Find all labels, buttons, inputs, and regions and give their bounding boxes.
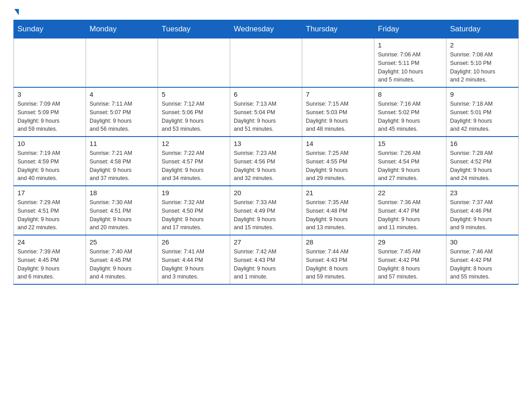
calendar-cell: 21Sunrise: 7:35 AMSunset: 4:48 PMDayligh… [302, 186, 374, 235]
day-info: Sunrise: 7:22 AMSunset: 4:57 PMDaylight:… [162, 149, 226, 183]
calendar-cell [158, 39, 230, 88]
day-number: 6 [234, 90, 298, 98]
calendar-week-row: 10Sunrise: 7:19 AMSunset: 4:59 PMDayligh… [14, 137, 519, 186]
day-info: Sunrise: 7:15 AMSunset: 5:03 PMDaylight:… [306, 100, 370, 133]
day-number: 21 [306, 189, 370, 197]
calendar-week-row: 1Sunrise: 7:06 AMSunset: 5:11 PMDaylight… [14, 39, 519, 88]
day-info: Sunrise: 7:29 AMSunset: 4:51 PMDaylight:… [17, 198, 82, 232]
day-number: 5 [162, 90, 226, 98]
calendar-cell: 22Sunrise: 7:36 AMSunset: 4:47 PMDayligh… [374, 186, 446, 235]
day-info: Sunrise: 7:11 AMSunset: 5:07 PMDaylight:… [90, 100, 154, 133]
calendar-cell: 24Sunrise: 7:39 AMSunset: 4:45 PMDayligh… [14, 235, 86, 284]
calendar-cell: 23Sunrise: 7:37 AMSunset: 4:46 PMDayligh… [446, 186, 519, 235]
calendar-cell: 5Sunrise: 7:12 AMSunset: 5:06 PMDaylight… [158, 87, 230, 137]
day-info: Sunrise: 7:23 AMSunset: 4:56 PMDaylight:… [234, 149, 298, 183]
day-number: 20 [234, 189, 298, 197]
day-number: 13 [234, 140, 298, 147]
calendar-cell: 8Sunrise: 7:16 AMSunset: 5:02 PMDaylight… [374, 87, 446, 137]
calendar-cell [86, 39, 158, 88]
calendar-cell [14, 39, 86, 88]
calendar-cell: 16Sunrise: 7:28 AMSunset: 4:52 PMDayligh… [446, 137, 519, 186]
day-info: Sunrise: 7:36 AMSunset: 4:47 PMDaylight:… [378, 198, 442, 232]
day-number: 17 [17, 189, 82, 197]
day-number: 3 [17, 90, 82, 98]
calendar-cell: 18Sunrise: 7:30 AMSunset: 4:51 PMDayligh… [86, 186, 158, 235]
calendar-cell: 27Sunrise: 7:42 AMSunset: 4:43 PMDayligh… [230, 235, 302, 284]
weekday-header-monday: Monday [86, 20, 158, 39]
day-info: Sunrise: 7:33 AMSunset: 4:49 PMDaylight:… [234, 198, 298, 232]
calendar-cell: 29Sunrise: 7:45 AMSunset: 4:42 PMDayligh… [374, 235, 446, 284]
calendar-cell: 19Sunrise: 7:32 AMSunset: 4:50 PMDayligh… [158, 186, 230, 235]
day-number: 15 [378, 140, 442, 147]
day-number: 27 [234, 238, 298, 246]
day-info: Sunrise: 7:40 AMSunset: 4:45 PMDaylight:… [90, 248, 154, 281]
calendar-cell: 14Sunrise: 7:25 AMSunset: 4:55 PMDayligh… [302, 137, 374, 186]
calendar-cell [302, 39, 374, 88]
day-number: 4 [90, 90, 154, 98]
day-number: 9 [450, 90, 515, 98]
day-info: Sunrise: 7:46 AMSunset: 4:42 PMDaylight:… [450, 248, 515, 281]
day-number: 18 [90, 189, 154, 197]
day-number: 22 [378, 189, 442, 197]
calendar-cell: 25Sunrise: 7:40 AMSunset: 4:45 PMDayligh… [86, 235, 158, 284]
day-info: Sunrise: 7:25 AMSunset: 4:55 PMDaylight:… [306, 149, 370, 183]
calendar-cell: 6Sunrise: 7:13 AMSunset: 5:04 PMDaylight… [230, 87, 302, 137]
day-number: 10 [17, 140, 82, 147]
day-number: 14 [306, 140, 370, 147]
day-number: 16 [450, 140, 515, 147]
day-info: Sunrise: 7:26 AMSunset: 4:54 PMDaylight:… [378, 149, 442, 183]
day-info: Sunrise: 7:30 AMSunset: 4:51 PMDaylight:… [90, 198, 154, 232]
day-number: 8 [378, 90, 442, 98]
calendar-cell: 15Sunrise: 7:26 AMSunset: 4:54 PMDayligh… [374, 137, 446, 186]
day-number: 26 [162, 238, 226, 246]
day-number: 29 [378, 238, 442, 246]
calendar-table: SundayMondayTuesdayWednesdayThursdayFrid… [13, 20, 519, 285]
page-header [13, 9, 519, 15]
day-number: 19 [162, 189, 226, 197]
day-number: 25 [90, 238, 154, 246]
day-info: Sunrise: 7:12 AMSunset: 5:06 PMDaylight:… [162, 100, 226, 133]
calendar-cell: 20Sunrise: 7:33 AMSunset: 4:49 PMDayligh… [230, 186, 302, 235]
day-number: 12 [162, 140, 226, 147]
day-info: Sunrise: 7:08 AMSunset: 5:10 PMDaylight:… [450, 51, 515, 84]
day-info: Sunrise: 7:45 AMSunset: 4:42 PMDaylight:… [378, 248, 442, 281]
calendar-body: 1Sunrise: 7:06 AMSunset: 5:11 PMDaylight… [14, 39, 519, 285]
calendar-header: SundayMondayTuesdayWednesdayThursdayFrid… [14, 20, 519, 39]
weekday-header-saturday: Saturday [446, 20, 519, 39]
day-info: Sunrise: 7:32 AMSunset: 4:50 PMDaylight:… [162, 198, 226, 232]
logo [13, 9, 19, 15]
weekday-header-tuesday: Tuesday [158, 20, 230, 39]
calendar-cell: 30Sunrise: 7:46 AMSunset: 4:42 PMDayligh… [446, 235, 519, 284]
day-number: 23 [450, 189, 515, 197]
calendar-cell: 1Sunrise: 7:06 AMSunset: 5:11 PMDaylight… [374, 39, 446, 88]
weekday-header-thursday: Thursday [302, 20, 374, 39]
day-info: Sunrise: 7:06 AMSunset: 5:11 PMDaylight:… [378, 51, 442, 84]
day-number: 11 [90, 140, 154, 147]
calendar-cell: 13Sunrise: 7:23 AMSunset: 4:56 PMDayligh… [230, 137, 302, 186]
day-number: 7 [306, 90, 370, 98]
calendar-cell: 7Sunrise: 7:15 AMSunset: 5:03 PMDaylight… [302, 87, 374, 137]
day-info: Sunrise: 7:09 AMSunset: 5:09 PMDaylight:… [17, 100, 82, 133]
calendar-week-row: 17Sunrise: 7:29 AMSunset: 4:51 PMDayligh… [14, 186, 519, 235]
calendar-cell: 2Sunrise: 7:08 AMSunset: 5:10 PMDaylight… [446, 39, 519, 88]
day-info: Sunrise: 7:19 AMSunset: 4:59 PMDaylight:… [17, 149, 82, 183]
day-number: 30 [450, 238, 515, 246]
calendar-cell: 28Sunrise: 7:44 AMSunset: 4:43 PMDayligh… [302, 235, 374, 284]
calendar-week-row: 3Sunrise: 7:09 AMSunset: 5:09 PMDaylight… [14, 87, 519, 137]
calendar-cell: 26Sunrise: 7:41 AMSunset: 4:44 PMDayligh… [158, 235, 230, 284]
calendar-cell: 12Sunrise: 7:22 AMSunset: 4:57 PMDayligh… [158, 137, 230, 186]
calendar-cell [230, 39, 302, 88]
weekday-header-sunday: Sunday [14, 20, 86, 39]
day-number: 24 [17, 238, 82, 246]
day-number: 1 [378, 41, 442, 49]
weekday-header-row: SundayMondayTuesdayWednesdayThursdayFrid… [14, 20, 519, 39]
day-number: 2 [450, 41, 515, 49]
day-info: Sunrise: 7:42 AMSunset: 4:43 PMDaylight:… [234, 248, 298, 281]
day-info: Sunrise: 7:18 AMSunset: 5:01 PMDaylight:… [450, 100, 515, 133]
day-info: Sunrise: 7:21 AMSunset: 4:58 PMDaylight:… [90, 149, 154, 183]
day-info: Sunrise: 7:39 AMSunset: 4:45 PMDaylight:… [17, 248, 82, 281]
day-info: Sunrise: 7:28 AMSunset: 4:52 PMDaylight:… [450, 149, 515, 183]
calendar-week-row: 24Sunrise: 7:39 AMSunset: 4:45 PMDayligh… [14, 235, 519, 284]
day-info: Sunrise: 7:41 AMSunset: 4:44 PMDaylight:… [162, 248, 226, 281]
calendar-cell: 10Sunrise: 7:19 AMSunset: 4:59 PMDayligh… [14, 137, 86, 186]
